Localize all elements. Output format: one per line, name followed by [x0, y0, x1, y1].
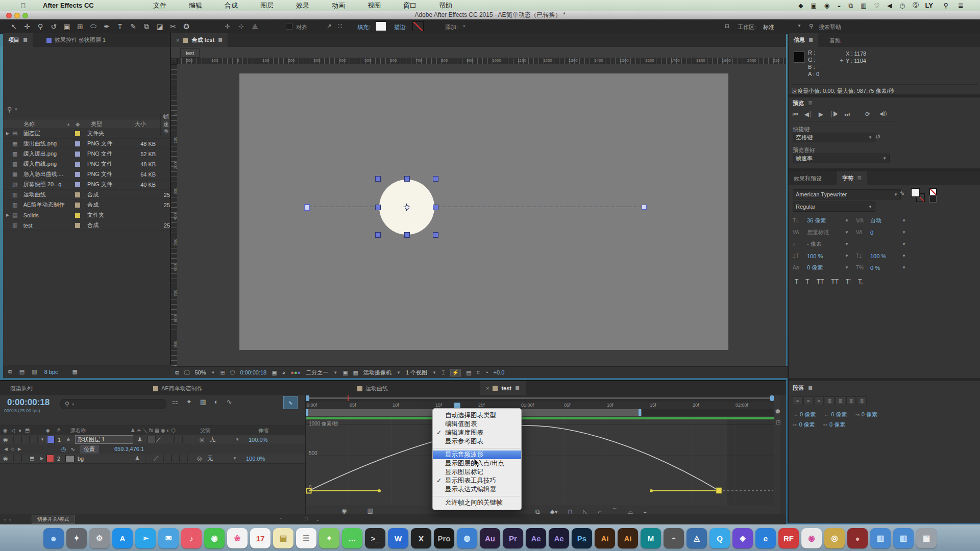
- item-name[interactable]: test: [23, 222, 75, 229]
- close-tab-icon[interactable]: ×: [176, 37, 179, 43]
- parent-dropdown[interactable]: 无: [210, 436, 235, 443]
- project-row[interactable]: ▥ test 合成 25: [3, 220, 170, 231]
- interpret-footage-icon[interactable]: ⧉: [8, 368, 12, 375]
- layer-name[interactable]: 形状图层 1: [75, 435, 133, 444]
- status-icon[interactable]: ▥: [861, 2, 866, 9]
- char-left-value[interactable]: 100 %: [807, 253, 843, 259]
- text-style-button[interactable]: T: [795, 278, 798, 285]
- align-button[interactable]: ≣: [857, 396, 867, 405]
- label-swatch[interactable]: [75, 213, 80, 218]
- panel-menu-icon[interactable]: ≣: [515, 385, 520, 391]
- motion-path[interactable]: [306, 207, 645, 207]
- context-menu-item[interactable]: 编辑值图表: [433, 420, 521, 429]
- project-row[interactable]: ▥ 运动曲线 合成 25: [3, 190, 170, 200]
- tab-effects-presets[interactable]: 效果和预设: [794, 175, 822, 183]
- dock-app-icon[interactable]: …: [342, 528, 362, 548]
- workspace-value[interactable]: 标准: [763, 23, 774, 31]
- navigator-right-handle[interactable]: [770, 395, 774, 401]
- zoom-level-dropdown[interactable]: 50%: [194, 369, 206, 375]
- window-titlebar[interactable]: Adobe After Effects CC 2015 - AE简单动态（已转换…: [0, 11, 980, 20]
- expander-icon[interactable]: ▼: [38, 437, 47, 442]
- dock-app-icon[interactable]: ➢: [135, 528, 156, 548]
- align-button[interactable]: ≡: [814, 396, 824, 405]
- show-snapshot-icon[interactable]: ◕: [282, 369, 286, 375]
- label-swatch[interactable]: [75, 182, 80, 187]
- quality-switch[interactable]: ♟: [137, 436, 148, 443]
- trash-icon[interactable]: ▦: [72, 368, 78, 375]
- status-icon[interactable]: ▣: [811, 2, 817, 9]
- layer-row-1[interactable]: ◉ ▼ 1 ★ 形状图层 1 ♟ ／ ◎ 无 ▼ 100.0%: [0, 435, 305, 445]
- composition-canvas[interactable]: [239, 73, 728, 350]
- anchor-point-icon[interactable]: [403, 204, 410, 211]
- close-tab-icon[interactable]: ×: [486, 385, 489, 391]
- switch-box[interactable]: [172, 455, 180, 462]
- view-layout-dropdown[interactable]: 1 个视图: [406, 369, 427, 377]
- context-menu-item[interactable]: 显示参考图表: [433, 437, 521, 446]
- project-row[interactable]: ▧ 屏幕快照 20...g PNG 文件 40 KB: [3, 180, 170, 190]
- tab-composition-test[interactable]: × 合成 test ≣: [171, 33, 228, 47]
- item-name[interactable]: 缓出曲线.png: [23, 140, 75, 147]
- solo-toggle[interactable]: [21, 455, 30, 462]
- lock-toggle[interactable]: ⬒: [30, 456, 37, 461]
- item-name[interactable]: Solids: [23, 212, 75, 218]
- grid-guides-icon[interactable]: ⊞: [220, 369, 225, 376]
- dock-app-icon[interactable]: Ai: [618, 528, 638, 548]
- dock-app-icon[interactable]: Ai: [595, 528, 615, 548]
- selection-handle[interactable]: [433, 205, 438, 210]
- caret-down-icon[interactable]: ▼: [845, 254, 854, 258]
- dock-app-icon[interactable]: ✦: [66, 528, 87, 548]
- fill-swatch[interactable]: [375, 21, 386, 31]
- indent-value[interactable]: 0 像素: [831, 411, 847, 418]
- preview-pref-dropdown[interactable]: 帧速率 ▼: [793, 154, 890, 163]
- project-list-header[interactable]: 名称 ▲ ◆ 类型 大小 帧速率: [3, 119, 170, 129]
- tab-audio[interactable]: 音频: [829, 37, 841, 44]
- dock-app-icon[interactable]: ▦: [916, 528, 937, 548]
- dock-app-icon[interactable]: RF: [778, 528, 799, 548]
- motion-blur-switch[interactable]: ／: [153, 455, 163, 462]
- dock-app-icon[interactable]: ⌖: [319, 528, 339, 548]
- context-menu-item[interactable]: 显示图层标记: [433, 468, 521, 477]
- transparency-grid-icon[interactable]: ▦: [353, 369, 358, 376]
- text-style-button[interactable]: T,: [858, 278, 863, 285]
- panel-menu-icon[interactable]: ≣: [808, 100, 813, 107]
- label-swatch[interactable]: [75, 141, 80, 146]
- eraser-tool[interactable]: ◪: [153, 22, 166, 31]
- pan-behind-tool[interactable]: ⊞: [74, 22, 87, 31]
- roto-brush-tool[interactable]: ✂: [166, 22, 180, 31]
- panel-menu-icon[interactable]: ≣: [808, 385, 813, 391]
- dock-app-icon[interactable]: ◍: [457, 528, 477, 548]
- selection-handle[interactable]: [375, 232, 381, 238]
- transport-button[interactable]: ⏐▶: [829, 111, 839, 118]
- search-caret-icon[interactable]: ▼: [14, 107, 18, 112]
- swatch-small-red[interactable]: [929, 188, 937, 195]
- expander-icon[interactable]: ▶: [37, 456, 46, 461]
- property-name[interactable]: 位置: [80, 445, 99, 454]
- dock-app-icon[interactable]: ▥: [893, 528, 914, 548]
- shortcut-dropdown[interactable]: 空格键 ▼: [793, 133, 875, 142]
- parent-caret-icon[interactable]: ▼: [233, 456, 246, 461]
- align-checkbox[interactable]: [286, 23, 292, 30]
- roi-icon[interactable]: ▣: [342, 369, 348, 376]
- reset-preview-icon[interactable]: ↺: [875, 133, 880, 140]
- new-folder-icon[interactable]: ▤: [19, 368, 24, 375]
- brush-tool[interactable]: ✎: [127, 22, 140, 31]
- marker-well-icon[interactable]: ⬟: [775, 408, 780, 415]
- stretch-value[interactable]: 100.0%: [249, 437, 267, 443]
- source-name-column[interactable]: 源名称: [70, 427, 131, 434]
- effects-switch[interactable]: [148, 436, 156, 443]
- menu-item[interactable]: 文件: [153, 1, 166, 10]
- tab-info[interactable]: 信息 ≣: [789, 33, 818, 47]
- selection-handle[interactable]: [375, 176, 381, 182]
- dock-app-icon[interactable]: X: [411, 528, 431, 548]
- axis-mode-icon[interactable]: ⊹: [238, 22, 244, 30]
- caret-down-icon[interactable]: ▼: [902, 265, 906, 270]
- tab-comp-test-active[interactable]: × test ≣: [480, 381, 526, 395]
- transport-button[interactable]: ⏮: [793, 111, 798, 118]
- menu-item[interactable]: 编辑: [189, 1, 202, 10]
- indent-field[interactable]: → 0 像素: [793, 411, 816, 418]
- zoom-out-handle-icon[interactable]: ⛶: [305, 517, 308, 522]
- stretch-column[interactable]: 伸缩: [258, 427, 289, 434]
- add-shape-icon[interactable]: ◔: [462, 23, 465, 29]
- workspace-caret-icon[interactable]: ▼: [797, 23, 801, 28]
- speed-curve[interactable]: [306, 419, 774, 505]
